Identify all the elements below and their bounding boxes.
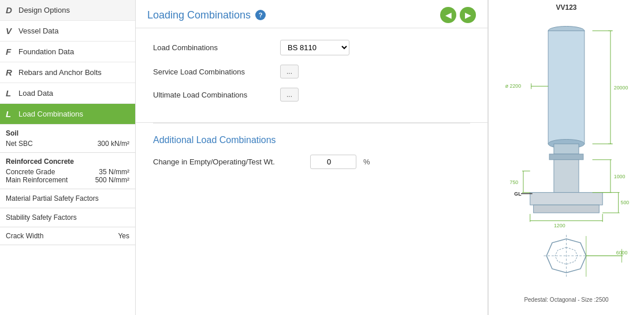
sidebar-item-load-combinations[interactable]: L Load Combinations (0, 104, 135, 125)
main-reinf-value: 500 N/mm² (95, 176, 129, 184)
load-combinations-row: Load Combinations BS 8110 ACI 318 IS 456… (153, 40, 470, 55)
ultimate-load-row: Ultimate Load Combinations ... (153, 88, 470, 102)
svg-rect-4 (549, 154, 583, 160)
concrete-grade-value: 35 N/mm² (99, 168, 129, 176)
svg-text:1200: 1200 (554, 223, 565, 228)
pedestal-label: Pedestal: Octagonal - Size :2500 (524, 297, 608, 303)
crack-width-row: Crack Width Yes (0, 227, 135, 245)
header-left: Loading Combinations ? (147, 9, 266, 21)
sidebar-label-rebars: Rebars and Anchor Bolts (18, 68, 102, 77)
change-wt-unit: % (363, 158, 370, 166)
crack-width-value: Yes (118, 232, 129, 240)
soil-title: Soil (6, 129, 129, 137)
crack-width-label: Crack Width (6, 232, 43, 240)
svg-rect-3 (554, 144, 579, 154)
material-factors-label: Material Partial Safety Factors (6, 194, 99, 202)
rc-section: Reinforced Concrete Concrete Grade 35 N/… (0, 153, 135, 189)
svg-rect-5 (554, 160, 579, 193)
service-load-button[interactable]: ... (280, 65, 299, 78)
sidebar-label-vessel-data: Vessel Data (18, 27, 58, 35)
svg-rect-7 (534, 205, 600, 213)
sidebar-letter-l1: L (6, 88, 18, 98)
stability-safety-factors[interactable]: Stability Safety Factors (0, 208, 135, 227)
sidebar-label-load-combinations: Load Combinations (18, 110, 83, 118)
concrete-grade-row: Concrete Grade 35 N/mm² (6, 168, 129, 176)
change-wt-row: Change in Empty/Operating/Test Wt. % (153, 155, 470, 169)
soil-row: Net SBC 300 kN/m² (6, 140, 129, 148)
forward-arrow-button[interactable]: ▶ (460, 7, 476, 23)
svg-text:1000: 1000 (614, 174, 626, 179)
sidebar-item-rebars[interactable]: R Rebars and Anchor Bolts (0, 62, 135, 83)
rc-title: Reinforced Concrete (6, 158, 129, 166)
service-load-label: Service Load Combinations (153, 68, 280, 76)
change-wt-input[interactable] (310, 155, 356, 169)
sidebar-letter-d: D (6, 5, 18, 15)
sidebar-item-vessel-data[interactable]: V Vessel Data (0, 21, 135, 42)
sidebar-label-foundation-data: Foundation Data (18, 47, 74, 56)
material-partial-safety-factors[interactable]: Material Partial Safety Factors (0, 189, 135, 208)
drawing-title: VV123 (556, 3, 576, 12)
svg-text:ø 2200: ø 2200 (505, 83, 522, 89)
sidebar-letter-v: V (6, 26, 18, 36)
soil-section: Soil Net SBC 300 kN/m² (0, 125, 135, 153)
sidebar-label-design-options: Design Options (18, 6, 70, 14)
main-reinf-row: Main Reinforcement 500 N/mm² (6, 176, 129, 184)
svg-rect-1 (548, 31, 585, 144)
stability-factors-label: Stability Safety Factors (6, 213, 77, 222)
page-title: Loading Combinations (147, 9, 251, 21)
form-section: Load Combinations BS 8110 ACI 318 IS 456… (136, 28, 487, 123)
sidebar-letter-l2: L (6, 109, 18, 119)
main-content: Loading Combinations ? ◀ ▶ Load Combinat… (136, 0, 488, 315)
sidebar-letter-r: R (6, 68, 18, 77)
sidebar-label-load-data: Load Data (18, 89, 53, 97)
ultimate-load-button[interactable]: ... (280, 88, 299, 102)
net-sbc-label: Net SBC (6, 140, 33, 148)
svg-text:500: 500 (621, 200, 630, 205)
sidebar-item-foundation-data[interactable]: F Foundation Data (0, 42, 135, 62)
additional-section: Additional Load Combinations Change in E… (136, 123, 487, 181)
sidebar-item-design-options[interactable]: D Design Options (0, 0, 135, 21)
engineering-drawing: GL ø 2200 20000 1000 750 1200 500 (492, 13, 641, 295)
load-combinations-label: Load Combinations (153, 43, 280, 52)
main-reinf-label: Main Reinforcement (6, 176, 68, 184)
svg-text:20000: 20000 (614, 85, 628, 91)
nav-arrows: ◀ ▶ (440, 7, 476, 23)
ultimate-load-label: Ultimate Load Combinations (153, 91, 280, 99)
service-load-control: ... (280, 65, 299, 78)
net-sbc-value: 300 kN/m² (98, 140, 129, 148)
ultimate-load-control: ... (280, 88, 299, 102)
sidebar-letter-f: F (6, 47, 18, 57)
load-combinations-control: BS 8110 ACI 318 IS 456 EN 1990 (280, 40, 349, 55)
sidebar: D Design Options V Vessel Data F Foundat… (0, 0, 136, 315)
additional-title: Additional Load Combinations (153, 135, 470, 145)
sidebar-item-load-data[interactable]: L Load Data (0, 83, 135, 104)
svg-rect-6 (530, 193, 602, 205)
concrete-grade-label: Concrete Grade (6, 168, 55, 176)
drawing-panel: VV123 GL ø 2200 20000 (488, 0, 644, 315)
svg-text:750: 750 (510, 179, 519, 185)
change-wt-label: Change in Empty/Operating/Test Wt. (153, 158, 303, 166)
help-icon[interactable]: ? (255, 10, 266, 20)
svg-text:GL: GL (514, 191, 522, 197)
content-header: Loading Combinations ? ◀ ▶ (136, 0, 487, 28)
back-arrow-button[interactable]: ◀ (440, 7, 456, 23)
load-combinations-select[interactable]: BS 8110 ACI 318 IS 456 EN 1990 (280, 40, 349, 55)
service-load-row: Service Load Combinations ... (153, 65, 470, 78)
